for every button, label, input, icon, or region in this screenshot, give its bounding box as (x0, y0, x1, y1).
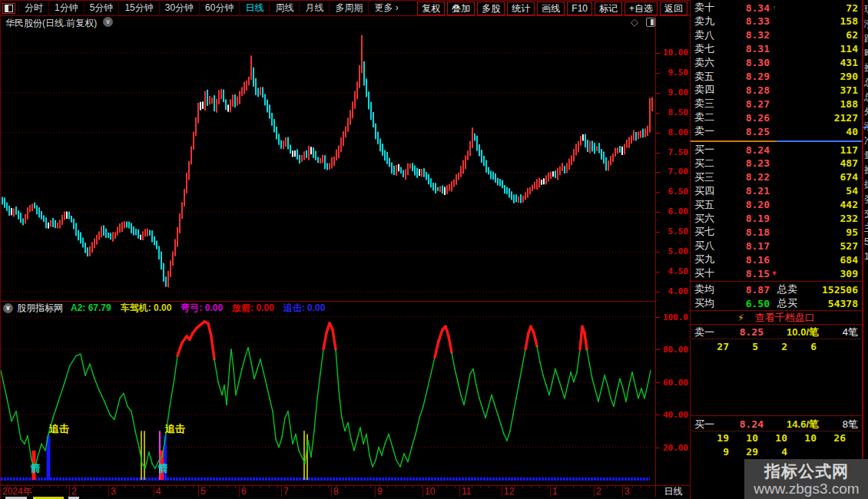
menu-item-5分钟[interactable]: 5分钟 (84, 2, 119, 15)
toolbar-button-F10[interactable]: F10 (567, 2, 592, 15)
level-volume: 40 (779, 126, 862, 137)
level2-quote-link[interactable]: ⚡ 查看千档盘口 (691, 312, 862, 324)
minor-tick (320, 486, 320, 488)
menu-item-更多 ›[interactable]: 更多 › (368, 2, 403, 15)
minor-tick (396, 486, 396, 488)
signal-label-追击: 追击 (48, 423, 69, 435)
buy-one-detail[interactable]: 买一8.2414.6/笔8笔 (691, 418, 862, 431)
main-candlestick-chart[interactable] (1, 29, 655, 300)
minor-tick (303, 486, 303, 488)
sell-level-卖六[interactable]: 卖六8.30431 (691, 56, 862, 70)
summary-value: 152506 (797, 284, 862, 296)
sell-level-卖七[interactable]: 卖七8.31114 (691, 42, 862, 56)
minor-tick (159, 486, 160, 488)
sell-level-卖四[interactable]: 卖四8.28371 (691, 83, 862, 97)
buy-level-买一[interactable]: 买一8.24117 (691, 143, 862, 157)
level-label: 卖七 (691, 42, 730, 56)
sell-level-卖五[interactable]: 卖五8.29290 (691, 70, 862, 84)
buy-level-买四[interactable]: 买四8.2154 (691, 184, 862, 198)
indicator-chart[interactable]: 追击追击箭箭 (1, 315, 655, 485)
level-price: 8.19 (730, 213, 770, 224)
toolbar-button-返回[interactable]: 返回 (660, 2, 687, 15)
level-label: 卖五 (691, 70, 730, 84)
minor-tick (311, 486, 312, 488)
menu-item-1分钟[interactable]: 1分钟 (48, 2, 84, 15)
watermark-title: 指标公式网 (764, 461, 849, 481)
clipped-char: 量 (864, 149, 868, 162)
toolbar-button-复权[interactable]: 复权 (417, 2, 445, 15)
month-divider (69, 486, 70, 497)
menu-item-15分钟[interactable]: 15分钟 (118, 2, 158, 15)
toolbar-button-叠加[interactable]: 叠加 (447, 2, 475, 15)
minor-tick (353, 486, 354, 488)
minor-tick (565, 486, 565, 488)
menu-item-分时[interactable]: 分时 (18, 2, 48, 15)
indicator-tick-80.00: 80.00 (658, 345, 688, 355)
minor-tick (624, 486, 624, 488)
chevron-down-icon[interactable]: ∨ (3, 303, 13, 313)
tick-mark (656, 113, 660, 114)
sell-level-卖三[interactable]: 卖三8.27188 (691, 97, 862, 111)
sell-level-卖九[interactable]: 卖九8.33158 (691, 15, 862, 28)
price-tick-7.50: 7.50 (658, 147, 688, 157)
window-pane-icon[interactable] (2, 3, 15, 14)
buy-level-买三[interactable]: 买三8.22674 (691, 170, 862, 184)
sell-level-卖二[interactable]: 卖二8.262127 (691, 111, 862, 124)
buy-level-买五[interactable]: 买五8.20442 (691, 198, 862, 212)
minor-tick (548, 486, 548, 488)
diamond-icon[interactable]: ◇ (631, 17, 638, 27)
minor-tick (463, 486, 464, 488)
period-label[interactable]: 日线 (655, 486, 691, 497)
level-price: 8.31 (730, 43, 770, 55)
sell-level-卖八[interactable]: 卖八8.3262 (691, 28, 862, 42)
sell-level-卖十[interactable]: 卖十8.34↑72 (691, 1, 862, 15)
summary-price: 6.50 (730, 298, 770, 309)
toolbar-button-统计[interactable]: 统计 (507, 2, 535, 15)
menu-item-月线[interactable]: 月线 (299, 2, 329, 15)
level-price: 8.29 (730, 71, 770, 82)
month-divider (594, 486, 595, 497)
minor-tick (539, 486, 540, 488)
minor-tick (598, 486, 599, 488)
level-volume: 114 (779, 43, 862, 55)
minor-tick (210, 486, 210, 488)
toolbar-button-+自选[interactable]: +自选 (624, 2, 658, 15)
month-divider (281, 486, 282, 497)
sidebar-toggle-icon[interactable] (646, 18, 655, 27)
month-divider (154, 486, 154, 497)
level-label: 卖四 (691, 83, 730, 97)
tool-menu-items: 复权叠加多股统计画线F10标记+自选返回 (417, 2, 690, 15)
buy-level-买七[interactable]: 买七8.1895 (691, 225, 862, 239)
clipped-char: 1 (864, 251, 868, 262)
level-price: 8.27 (730, 98, 770, 110)
minor-tick (41, 486, 41, 488)
menu-item-30分钟[interactable]: 30分钟 (159, 2, 199, 15)
sell-one-detail[interactable]: 卖一8.2510.0/笔4笔 (691, 326, 862, 339)
detail-per-order: 14.6/笔 (764, 418, 819, 431)
minor-tick (590, 486, 591, 488)
menu-item-周线[interactable]: 周线 (269, 2, 299, 15)
tick-mark (656, 349, 660, 350)
menu-item-60分钟[interactable]: 60分钟 (199, 2, 239, 15)
clipped-char: 主 (864, 222, 868, 235)
buy-level-买八[interactable]: 买八8.17527 (691, 239, 862, 253)
menu-item-日线[interactable]: 日线 (239, 2, 269, 15)
menu-item-多周期[interactable]: 多周期 (329, 2, 368, 15)
chevron-down-icon[interactable]: ∨ (103, 17, 113, 27)
stock-title[interactable]: 华民股份(日线.前复权) (5, 17, 97, 30)
toolbar-button-多股[interactable]: 多股 (477, 2, 505, 15)
toolbar-button-标记[interactable]: 标记 (595, 2, 622, 15)
indicator-name[interactable]: 股朋指标网 (17, 302, 63, 315)
price-tick-8.00: 8.00 (658, 127, 688, 137)
price-tick-5.50: 5.50 (658, 226, 688, 236)
toolbar-button-画线[interactable]: 画线 (537, 2, 565, 15)
spread-divider (691, 140, 862, 142)
clipped-char: 总 (864, 91, 868, 104)
buy-level-买九[interactable]: 买九8.16684 (691, 253, 862, 266)
buy-level-买二[interactable]: 买二8.23487 (691, 157, 862, 170)
sell-level-卖一[interactable]: 卖一8.2540 (691, 124, 862, 138)
summary-label: 卖均 (691, 283, 730, 296)
tick-mark (656, 317, 660, 318)
buy-level-买十[interactable]: 买十8.15▼309 (691, 266, 862, 280)
buy-level-买六[interactable]: 买六8.19232 (691, 212, 862, 226)
